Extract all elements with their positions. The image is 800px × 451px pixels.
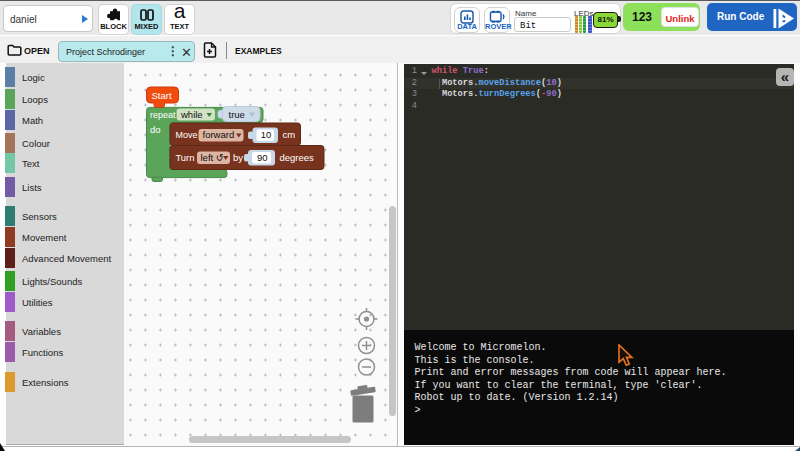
svg-text:10: 10 <box>261 129 272 140</box>
svg-text:left ↺: left ↺ <box>201 152 224 163</box>
svg-text:do: do <box>150 124 161 135</box>
svg-text:true: true <box>229 109 245 120</box>
svg-text:forward: forward <box>203 129 235 140</box>
svg-text:by: by <box>233 152 243 163</box>
svg-text:Move: Move <box>175 130 197 140</box>
svg-text:cm: cm <box>283 129 296 140</box>
svg-text:while: while <box>180 109 203 120</box>
svg-text:90: 90 <box>257 152 268 163</box>
svg-text:degrees: degrees <box>280 152 315 163</box>
svg-text:repeat: repeat <box>150 110 176 120</box>
svg-text:Start: Start <box>152 90 172 101</box>
svg-text:Turn: Turn <box>175 152 194 163</box>
